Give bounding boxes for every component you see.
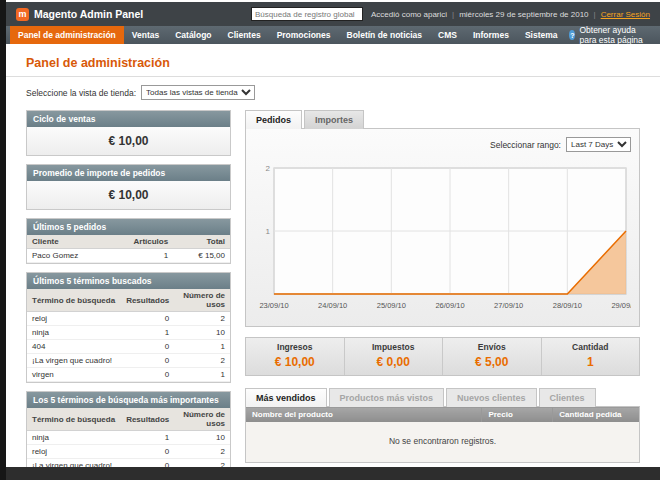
grid-tabs: Más vendidos Productos más vistos Nuevos… — [245, 388, 640, 407]
range-select[interactable]: Last 7 Days — [566, 137, 631, 152]
right-column: Pedidos Importes Seleccionar rango: Last… — [245, 110, 640, 467]
grid-head-row: Nombre del productoPrecioCantidad pedida — [246, 407, 640, 423]
stat-label: Cantidad — [542, 342, 640, 352]
chart-tabs: Pedidos Importes — [245, 110, 640, 129]
lifetime-sales-value: € 10,00 — [27, 127, 230, 155]
logged-in-text: Accedió como aparici — [371, 10, 447, 19]
stat-label: Impuestos — [345, 342, 443, 352]
cell: 1 — [121, 431, 174, 445]
svg-text:27/09/10: 27/09/10 — [494, 301, 523, 310]
nav-sales[interactable]: Ventas — [124, 26, 167, 44]
box-title: Los 5 términos de búsqueda más important… — [27, 392, 230, 408]
column-header: Artículos — [124, 235, 173, 249]
tab-most-viewed[interactable]: Productos más vistos — [329, 388, 445, 407]
cell: 404 — [27, 340, 121, 354]
tab-new-customers[interactable]: Nuevos clientes — [446, 388, 537, 407]
column-header: Cantidad pedida — [553, 407, 640, 423]
cell: virgen — [27, 368, 121, 382]
page-title: Panel de administración — [26, 56, 640, 70]
cell: 0 — [121, 368, 174, 382]
stat-tax: Impuestos € 0,00 — [344, 338, 443, 375]
column-header: Número de usos — [174, 289, 230, 312]
table-head-row: Término de búsquedaResultadosNúmero de u… — [27, 289, 230, 312]
logout-link[interactable]: Cerrar Sesión — [601, 10, 650, 19]
column-header: Resultados — [121, 289, 174, 312]
stat-revenue: Ingresos € 10,00 — [246, 338, 344, 375]
nav-promotions[interactable]: Promociones — [269, 26, 339, 44]
cell: Paco Gomez — [27, 249, 124, 263]
header-bar: m Magento Admin Panel Accedió como apari… — [6, 2, 660, 26]
help-icon: ? — [569, 30, 575, 40]
stat-label: Envíos — [443, 342, 541, 352]
cell: 0 — [121, 354, 174, 368]
header-date: miércoles 29 de septiembre de 2010 — [459, 10, 588, 19]
store-view-select[interactable]: Todas las vistas de tienda — [141, 85, 255, 100]
column-header: Término de búsqueda — [27, 289, 121, 312]
page-help-link[interactable]: ? Obtener ayuda para esta página — [565, 26, 656, 44]
admin-page: m Magento Admin Panel Accedió como apari… — [6, 0, 660, 480]
svg-text:24/09/10: 24/09/10 — [318, 301, 347, 310]
cell: 1 — [121, 326, 174, 340]
cell: 1 — [174, 368, 230, 382]
column-header: Nombre del producto — [246, 407, 482, 423]
cell: 2 — [174, 354, 230, 368]
table-body: Paco Gomez1€ 15,00 — [27, 249, 230, 263]
nav-system[interactable]: Sistema — [517, 26, 566, 44]
column-header: Resultados — [121, 408, 174, 431]
grid-empty-row: No se encontraron registros. — [246, 422, 640, 463]
global-search-input[interactable] — [251, 7, 363, 21]
cell: € 15,00 — [173, 249, 230, 263]
cell: 0 — [121, 459, 174, 468]
store-view-label: Seleccione la vista de tienda: — [26, 88, 136, 98]
magento-logo-icon: m — [16, 8, 29, 21]
cell: 1 — [174, 340, 230, 354]
nav-customers[interactable]: Clientes — [220, 26, 269, 44]
table-row: virgen01 — [27, 368, 230, 382]
table-head-row: Término de búsquedaResultadosNúmero de u… — [27, 408, 230, 431]
lifetime-sales-box: Ciclo de ventas € 10,00 — [26, 110, 231, 156]
table-row: reloj02 — [27, 312, 230, 326]
cell: 2 — [174, 312, 230, 326]
stat-value: € 0,00 — [377, 355, 410, 369]
top-search-terms-box: Los 5 términos de búsqueda más important… — [26, 391, 231, 467]
average-orders-value: € 10,00 — [27, 181, 230, 209]
cell: 1 — [124, 249, 173, 263]
stat-quantity: Cantidad 1 — [541, 338, 640, 375]
table-head-row: ClienteArtículosTotal — [27, 235, 230, 249]
tab-customers[interactable]: Clientes — [539, 388, 596, 407]
tab-bestsellers[interactable]: Más vendidos — [245, 388, 327, 407]
svg-text:26/09/10: 26/09/10 — [435, 301, 464, 310]
cell: ¡La virgen que cuadro! — [27, 354, 121, 368]
box-title: Promedio de importe de pedidos — [27, 165, 230, 181]
cell: reloj — [27, 312, 121, 326]
nav-dashboard[interactable]: Panel de administración — [10, 26, 124, 44]
separator: | — [594, 10, 596, 19]
tab-amounts[interactable]: Importes — [304, 110, 364, 129]
cell: ninja — [27, 326, 121, 340]
table-row: reloj02 — [27, 445, 230, 459]
range-label: Seleccionar rango: — [490, 140, 561, 150]
divider — [6, 76, 660, 77]
nav-reports[interactable]: Informes — [465, 26, 517, 44]
svg-text:23/09/10: 23/09/10 — [259, 301, 288, 310]
column-header: Término de búsqueda — [27, 408, 121, 431]
svg-text:28/09/10: 28/09/10 — [553, 301, 582, 310]
brand-title: Magento Admin Panel — [34, 8, 143, 20]
nav-cms[interactable]: CMS — [430, 26, 465, 44]
footer-bar — [6, 467, 660, 480]
column-header: Total — [173, 235, 230, 249]
table-row: ¡La virgen que cuadro!02 — [27, 354, 230, 368]
stat-value: € 5,00 — [475, 355, 508, 369]
main-navigation: Panel de administración Ventas Catálogo … — [6, 26, 660, 44]
stat-value: € 10,00 — [275, 355, 315, 369]
svg-text:2: 2 — [266, 164, 271, 173]
box-title: Últimos 5 términos buscados — [27, 273, 230, 289]
store-view-row: Seleccione la vista de tienda: Todas las… — [26, 85, 640, 100]
column-header: Precio — [482, 407, 553, 423]
orders-chart: 1223/09/1024/09/1025/09/1026/09/1027/09/… — [254, 158, 631, 318]
nav-newsletter[interactable]: Boletín de noticias — [339, 26, 431, 44]
range-selector-row: Seleccionar rango: Last 7 Days — [254, 137, 631, 152]
cell: 0 — [121, 312, 174, 326]
nav-catalog[interactable]: Catálogo — [167, 26, 219, 44]
tab-orders[interactable]: Pedidos — [245, 110, 302, 129]
